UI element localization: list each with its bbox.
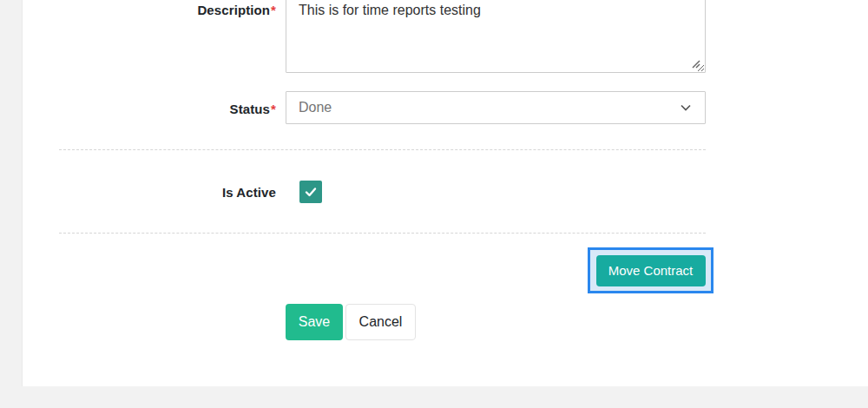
status-select[interactable]: Done — [286, 91, 706, 124]
required-asterisk: * — [271, 3, 276, 17]
move-contract-button[interactable]: Move Contract — [596, 255, 706, 286]
cancel-button[interactable]: Cancel — [345, 304, 416, 340]
save-button[interactable]: Save — [286, 304, 343, 340]
checkmark-icon — [304, 185, 318, 199]
divider — [59, 233, 706, 234]
description-label-text: Description — [197, 3, 270, 17]
is-active-checkbox[interactable] — [299, 181, 322, 203]
status-label-text: Status — [230, 102, 270, 116]
description-label: Description* — [59, 3, 276, 17]
move-contract-highlight: Move Contract — [588, 247, 713, 293]
status-label: Status* — [59, 102, 276, 116]
is-active-label-text: Is Active — [222, 185, 276, 200]
page: Description* This is for time reports te… — [0, 0, 868, 408]
left-gutter — [0, 0, 23, 408]
is-active-label: Is Active — [59, 185, 276, 200]
page-background-strip — [22, 386, 868, 408]
chevron-down-icon — [679, 101, 693, 115]
status-selected-value: Done — [299, 100, 679, 115]
divider — [59, 149, 706, 150]
description-textarea[interactable]: This is for time reports testing — [286, 0, 706, 73]
contract-form: Description* This is for time reports te… — [23, 0, 868, 386]
required-asterisk: * — [271, 102, 276, 116]
